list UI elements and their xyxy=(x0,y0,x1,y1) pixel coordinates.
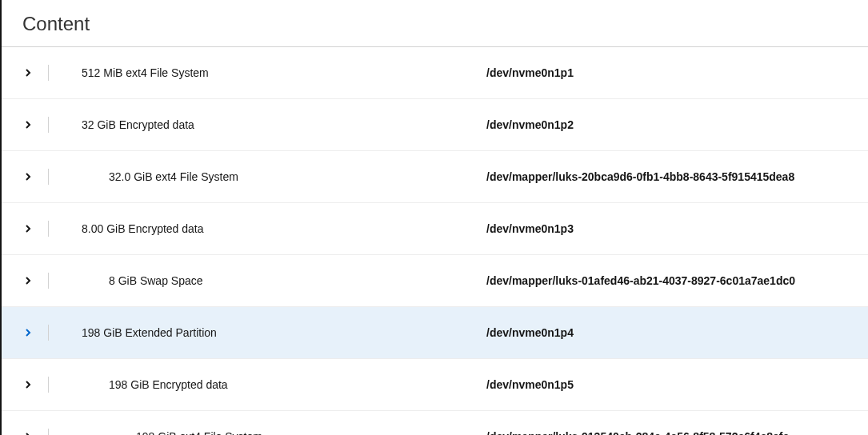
partition-row[interactable]: 198 GiB Encrypted data/dev/nvme0n1p5 xyxy=(2,359,868,411)
chevron-right-icon[interactable] xyxy=(22,67,34,78)
partition-device-path: /dev/nvme0n1p5 xyxy=(486,378,847,391)
cell-divider xyxy=(48,65,49,81)
partition-device-path: /dev/nvme0n1p2 xyxy=(486,118,847,131)
chevron-right-icon[interactable] xyxy=(22,171,34,182)
description-cell: 512 MiB ext4 File System xyxy=(70,66,486,79)
description-cell: 198 GiB Extended Partition xyxy=(70,326,486,339)
partition-description: 32 GiB Encrypted data xyxy=(70,118,194,131)
expand-cell xyxy=(22,429,70,435)
cell-divider xyxy=(48,169,49,185)
partition-list: 512 MiB ext4 File System/dev/nvme0n1p132… xyxy=(2,47,868,435)
cell-divider xyxy=(48,325,49,341)
cell-divider xyxy=(48,221,49,237)
description-cell: 32 GiB Encrypted data xyxy=(70,118,486,131)
expand-cell xyxy=(22,169,70,185)
expand-cell xyxy=(22,117,70,133)
chevron-right-icon[interactable] xyxy=(22,327,34,338)
partition-description: 198 GiB Extended Partition xyxy=(70,326,217,339)
partition-description: 198 GiB ext4 File System xyxy=(70,430,262,435)
partition-device-path: /dev/nvme0n1p4 xyxy=(486,326,847,339)
partition-description: 512 MiB ext4 File System xyxy=(70,66,209,79)
cell-divider xyxy=(48,429,49,435)
chevron-right-icon[interactable] xyxy=(22,431,34,435)
description-cell: 198 GiB ext4 File System xyxy=(70,430,486,435)
cell-divider xyxy=(48,273,49,289)
partition-device-path: /dev/mapper/luks-20bca9d6-0fb1-4bb8-8643… xyxy=(486,170,847,183)
description-cell: 198 GiB Encrypted data xyxy=(70,378,486,391)
partition-description: 8.00 GiB Encrypted data xyxy=(70,222,204,235)
description-cell: 32.0 GiB ext4 File System xyxy=(70,170,486,183)
partition-description: 198 GiB Encrypted data xyxy=(70,378,228,391)
partition-row[interactable]: 198 GiB ext4 File System/dev/mapper/luks… xyxy=(2,411,868,435)
section-title: Content xyxy=(2,0,868,47)
partition-device-path: /dev/nvme0n1p3 xyxy=(486,222,847,235)
chevron-right-icon[interactable] xyxy=(22,275,34,286)
expand-cell xyxy=(22,221,70,237)
partition-row[interactable]: 8.00 GiB Encrypted data/dev/nvme0n1p3 xyxy=(2,203,868,255)
partition-row[interactable]: 32.0 GiB ext4 File System/dev/mapper/luk… xyxy=(2,151,868,203)
chevron-right-icon[interactable] xyxy=(22,119,34,130)
partition-description: 8 GiB Swap Space xyxy=(70,274,203,287)
partition-row[interactable]: 198 GiB Extended Partition/dev/nvme0n1p4 xyxy=(2,307,868,359)
expand-cell xyxy=(22,273,70,289)
partition-row[interactable]: 8 GiB Swap Space/dev/mapper/luks-01afed4… xyxy=(2,255,868,307)
partition-row[interactable]: 32 GiB Encrypted data/dev/nvme0n1p2 xyxy=(2,99,868,151)
expand-cell xyxy=(22,325,70,341)
partition-row[interactable]: 512 MiB ext4 File System/dev/nvme0n1p1 xyxy=(2,47,868,99)
expand-cell xyxy=(22,65,70,81)
storage-content-panel: Content 512 MiB ext4 File System/dev/nvm… xyxy=(2,0,868,435)
partition-device-path: /dev/nvme0n1p1 xyxy=(486,66,847,79)
cell-divider xyxy=(48,377,49,393)
expand-cell xyxy=(22,377,70,393)
partition-device-path: /dev/mapper/luks-913540eb-284e-4e56-8f58… xyxy=(486,430,847,435)
partition-device-path: /dev/mapper/luks-01afed46-ab21-4037-8927… xyxy=(486,274,847,287)
partition-description: 32.0 GiB ext4 File System xyxy=(70,170,238,183)
chevron-right-icon[interactable] xyxy=(22,223,34,234)
chevron-right-icon[interactable] xyxy=(22,379,34,390)
description-cell: 8 GiB Swap Space xyxy=(70,274,486,287)
description-cell: 8.00 GiB Encrypted data xyxy=(70,222,486,235)
cell-divider xyxy=(48,117,49,133)
